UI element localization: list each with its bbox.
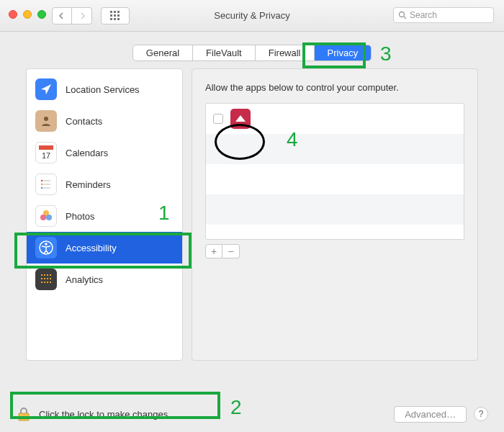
back-button[interactable] <box>52 7 72 24</box>
svg-point-24 <box>45 243 48 246</box>
calendar-icon: 17 <box>35 142 57 163</box>
window-controls <box>9 10 46 19</box>
close-window-button[interactable] <box>9 10 17 19</box>
annotation-number-4: 4 <box>287 128 298 151</box>
sidebar-item-label: Location Services <box>66 84 140 95</box>
app-allow-checkbox[interactable] <box>213 114 223 124</box>
sidebar-item-label: Analytics <box>66 274 103 285</box>
reminders-icon <box>35 174 57 195</box>
search-field[interactable]: Search <box>393 7 494 23</box>
tab-firewall[interactable]: Firewall <box>256 45 315 60</box>
svg-rect-34 <box>44 282 45 283</box>
svg-rect-7 <box>114 18 116 20</box>
svg-rect-12 <box>39 145 53 150</box>
sidebar-item-contacts[interactable]: Contacts <box>27 105 182 137</box>
zoom-window-button[interactable] <box>37 10 46 19</box>
svg-rect-30 <box>44 278 45 279</box>
svg-rect-26 <box>44 274 45 276</box>
sidebar-item-analytics[interactable]: Analytics <box>27 264 182 295</box>
svg-rect-36 <box>50 282 51 283</box>
svg-rect-31 <box>47 278 48 279</box>
svg-point-11 <box>44 117 48 121</box>
svg-line-10 <box>404 17 406 19</box>
show-all-prefs-button[interactable] <box>101 7 130 24</box>
app-row-empty <box>206 164 464 194</box>
svg-rect-8 <box>117 18 120 20</box>
svg-rect-5 <box>117 14 120 17</box>
titlebar: Security & Privacy Search <box>0 0 504 32</box>
content-instruction: Allow the apps below to control your com… <box>205 82 464 93</box>
lock-label: Click the lock to make changes. <box>39 409 171 420</box>
sidebar-item-reminders[interactable]: Reminders <box>27 168 182 200</box>
svg-rect-25 <box>41 274 42 276</box>
contacts-icon <box>35 110 57 132</box>
svg-rect-29 <box>41 278 42 279</box>
sidebar-item-calendars[interactable]: 17 Calendars <box>27 137 182 168</box>
app-list <box>205 103 464 240</box>
accessibility-icon <box>35 237 57 258</box>
sidebar-item-label: Reminders <box>66 179 111 190</box>
app-row-empty <box>206 134 464 164</box>
svg-point-19 <box>41 187 42 189</box>
add-app-button[interactable]: + <box>205 244 222 258</box>
sidebar-item-accessibility[interactable]: Accessibility <box>27 232 182 264</box>
minimize-window-button[interactable] <box>23 10 32 19</box>
sidebar-item-label: Photos <box>66 211 94 222</box>
accessibility-content: Allow the apps below to control your com… <box>192 68 478 361</box>
sidebar-item-label: Calendars <box>66 148 108 158</box>
lock-icon[interactable] <box>16 406 32 422</box>
grid-icon <box>110 11 120 21</box>
svg-point-18 <box>41 184 42 185</box>
nav-group <box>52 7 92 24</box>
analytics-icon <box>35 269 57 290</box>
svg-point-17 <box>41 180 42 181</box>
annotation-number-1: 1 <box>158 202 170 225</box>
tab-filevault[interactable]: FileVault <box>193 45 256 60</box>
search-placeholder: Search <box>410 10 437 20</box>
svg-point-9 <box>400 12 405 17</box>
annotation-number-2: 2 <box>230 396 242 419</box>
search-icon <box>398 11 407 19</box>
svg-text:17: 17 <box>42 151 50 160</box>
bottom-bar: Click the lock to make changes. Advanced… <box>0 396 504 432</box>
app-icon <box>230 109 251 129</box>
annotation-number-3: 3 <box>380 42 392 66</box>
svg-rect-28 <box>50 274 51 276</box>
sidebar-item-location[interactable]: Location Services <box>27 73 182 105</box>
svg-rect-1 <box>114 11 116 13</box>
help-button[interactable]: ? <box>474 407 488 421</box>
app-row-empty <box>206 194 464 225</box>
app-row[interactable] <box>206 104 464 134</box>
photos-icon <box>35 205 57 227</box>
location-arrow-icon <box>35 78 57 100</box>
svg-rect-27 <box>47 274 48 276</box>
svg-rect-37 <box>19 413 29 420</box>
svg-rect-33 <box>41 282 42 283</box>
add-remove-group: + − <box>205 244 464 258</box>
svg-point-21 <box>40 215 46 220</box>
sidebar-item-label: Accessibility <box>66 243 117 253</box>
svg-rect-4 <box>114 14 116 17</box>
svg-rect-32 <box>50 278 51 279</box>
svg-rect-0 <box>110 11 112 13</box>
advanced-button[interactable]: Advanced… <box>394 406 467 423</box>
svg-rect-35 <box>47 282 48 283</box>
tab-privacy[interactable]: Privacy <box>315 45 372 60</box>
chevron-left-icon <box>58 12 66 19</box>
svg-rect-2 <box>117 11 120 13</box>
tabs: General FileVault Firewall Privacy <box>132 45 372 61</box>
tab-general[interactable]: General <box>133 45 193 60</box>
sidebar-item-label: Contacts <box>66 116 102 127</box>
remove-app-button[interactable]: − <box>222 244 240 258</box>
main-panel: Location Services Contacts 17 Calendars … <box>0 68 504 371</box>
tabs-row: General FileVault Firewall Privacy <box>0 32 504 68</box>
svg-rect-3 <box>110 14 112 17</box>
svg-point-22 <box>46 215 52 220</box>
svg-rect-6 <box>110 18 112 20</box>
forward-button[interactable] <box>72 7 92 24</box>
chevron-right-icon <box>78 12 86 19</box>
